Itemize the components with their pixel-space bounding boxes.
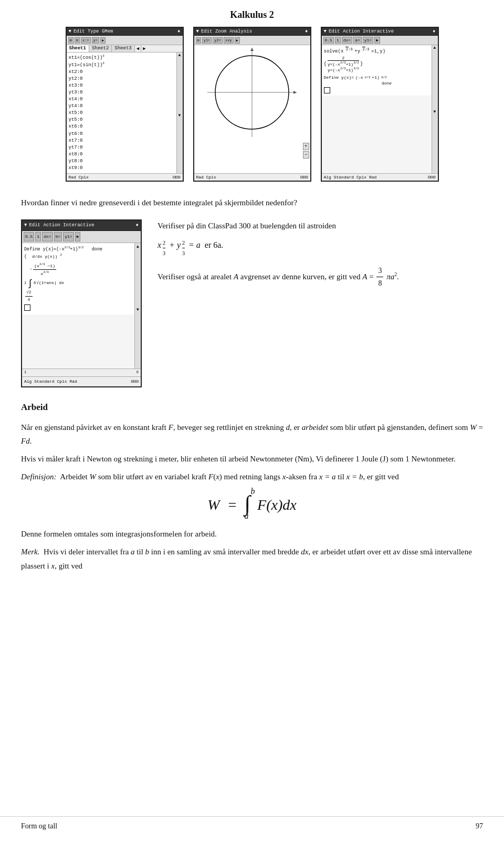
screen4-titlebar: ▼ Edit Action Interactive ♦ xyxy=(22,220,141,231)
s4-limit-8: 1 xyxy=(24,280,26,286)
line-xt7: xt7:0 xyxy=(69,138,174,144)
s2-tb5[interactable]: ▶ xyxy=(235,37,240,44)
screen4-scrollbar: ▲ ▼ xyxy=(134,243,141,369)
s3-tb4[interactable]: a= xyxy=(353,37,362,44)
s2-tb4[interactable]: x∨y xyxy=(224,37,234,44)
s4-define: Define y(x)=(-x2/3+1)3/2 done xyxy=(24,245,132,253)
s4-tb2[interactable]: 1 xyxy=(35,232,41,241)
second-row: ▼ Edit Action Interactive ♦ 0.5 1 dx= b=… xyxy=(21,219,483,387)
screen3-inner: solve(x 2/3 +y 2/3 =1,y) { 2 xyxy=(322,45,432,173)
s4-status-right: ⊟⊟⊟ xyxy=(131,378,139,385)
verify-section: Verifiser på din ClassPad 300 at bueleng… xyxy=(158,219,483,295)
s4-integral-line: 1 ∫ 8 √(1+ans) dx xyxy=(24,279,132,288)
tab-nav-left[interactable]: ◀ xyxy=(135,45,141,52)
screen4-body: Define y(x)=(-x2/3+1)3/2 done ( d/dx y(x… xyxy=(22,243,134,315)
line-yt8: yt8:0 xyxy=(69,158,174,165)
line-xt9: xt9:0 xyxy=(69,165,174,172)
s4-scroll-up[interactable]: ▲ xyxy=(135,243,141,306)
screen3-scrollbar: ▲ ▼ xyxy=(432,45,438,173)
titlebar-marker: ♦ xyxy=(177,29,180,34)
section-heading-arbeid: Arbeid xyxy=(21,400,483,415)
s4-tb5[interactable]: y1= xyxy=(63,232,74,241)
line-yt6: yt6:0 xyxy=(69,131,174,138)
tb-btn-nav[interactable]: ▶ xyxy=(100,37,106,44)
s4-tb3[interactable]: dx= xyxy=(42,232,52,241)
line-xt8: xt8:0 xyxy=(69,151,174,158)
s3-tb1[interactable]: 0.5 xyxy=(323,37,334,44)
define-line: Define y(x)= (-x 2/3 +1) 3/2 xyxy=(324,75,429,80)
screen3-scroll-area: solve(x 2/3 +y 2/3 =1,y) { 2 xyxy=(322,45,438,173)
screen4-scroll-area: Define y(x)=(-x2/3+1)3/2 done ( d/dx y(x… xyxy=(22,243,141,369)
tb-btn-4[interactable]: y= xyxy=(92,37,99,44)
zoom-plus[interactable]: + xyxy=(303,143,309,150)
s3-scroll-up[interactable]: ▲ xyxy=(432,45,438,109)
tab-nav-right[interactable]: ▶ xyxy=(141,45,147,52)
tab-sheet2[interactable]: Sheet2 xyxy=(89,45,112,52)
s4-nav[interactable]: ▶ xyxy=(75,232,81,241)
screen1-tabs: Sheet1 Sheet2 Sheet3 ◀ ▶ xyxy=(67,45,183,52)
s3-nav[interactable]: ▶ xyxy=(374,37,380,44)
screen1-toolbar: ⊞ ⊟ x:= y= ▶ xyxy=(67,36,183,45)
s3-scroll-down[interactable]: ▼ xyxy=(432,109,438,173)
input-box[interactable] xyxy=(324,87,330,93)
screen1-status: Rad Cplx xyxy=(69,175,89,180)
calculator-screen-4: ▼ Edit Action Interactive ♦ 0.5 1 dx= b=… xyxy=(21,219,142,387)
s3-marker: ♦ xyxy=(433,29,435,34)
lower-limit: a xyxy=(245,509,249,523)
s4-result-frac: √2 4 xyxy=(25,289,33,303)
screen3-body: solve(x 2/3 +y 2/3 =1,y) { 2 xyxy=(322,45,432,96)
screen2-arrow: ▼ xyxy=(196,29,199,34)
screen4-toolbar: 0.5 1 dx= b= y1= ▶ xyxy=(22,231,141,243)
screen1-scroll-area: xt1=(cos(t))3 yt1=(sin(t))3 xt2:0 yt2:0 … xyxy=(67,52,183,173)
solve-result: { 2 y=(-x2/3+1)3/2 y=(-x2/3+1)3/2 xyxy=(324,56,429,72)
s4-frac: (x2/3 −1) x2/3 xyxy=(33,262,56,278)
s2-tb3[interactable]: y2= xyxy=(213,37,223,44)
s3-tb5[interactable]: y1= xyxy=(363,37,373,44)
integral-sign-main: b ∫ a xyxy=(245,493,251,519)
s4-result: √2 4 xyxy=(24,289,132,303)
line-yt5: yt5:0 xyxy=(69,117,174,123)
question-text-span: Hvordan finner vi nedre grenseverdi i de… xyxy=(21,198,297,207)
screen2-title-text: Edit Zoom Analysis xyxy=(201,29,252,34)
s4-tb1[interactable]: 0.5 xyxy=(24,232,34,241)
tab-sheet3[interactable]: Sheet3 xyxy=(112,45,134,52)
scroll-up[interactable]: ▲ xyxy=(177,52,183,113)
scroll-down[interactable]: ▼ xyxy=(177,113,183,173)
line-xt2: xt2:0 xyxy=(69,69,174,76)
tb-btn-1[interactable]: ⊞ xyxy=(68,37,74,44)
screen2-graph-area: + − xyxy=(194,45,310,173)
screen1-scrollbar: ▲ ▼ xyxy=(176,52,183,173)
screen1-inner: xt1=(cos(t))3 yt1=(sin(t))3 xt2:0 yt2:0 … xyxy=(67,52,176,173)
s2-tb2[interactable]: y1= xyxy=(202,37,212,44)
tab-sheet1[interactable]: Sheet1 xyxy=(67,45,89,52)
screen2-titlebar: ▼ Edit Zoom Analysis ♦ xyxy=(194,28,310,36)
s4-scroll-down[interactable]: ▼ xyxy=(135,306,141,369)
s2-tb1[interactable]: ⊞ xyxy=(196,37,201,44)
screen1-title-text: Edit Type GMem xyxy=(74,29,113,34)
screen3-statusbar: Alg Standard Cplx Rad ⊟⊟⊟ xyxy=(322,173,438,181)
screen4-limit-labels: 1 6 xyxy=(22,369,141,376)
zoom-minus[interactable]: − xyxy=(303,151,309,159)
line-yt4: yt4:0 xyxy=(69,103,174,110)
s4-input-box[interactable] xyxy=(24,304,30,311)
line-yt2: yt2:0 xyxy=(69,76,174,82)
screen3-title-text: Edit Action Interactive xyxy=(329,29,394,34)
y-axis-arrow xyxy=(250,48,254,51)
para2: Hvis vi måler kraft i Newton og streknin… xyxy=(21,452,483,466)
question-paragraph: Hvordan finner vi nedre grenseverdi i de… xyxy=(21,196,483,209)
calculator-screen-2: ▼ Edit Zoom Analysis ♦ ⊞ y1= y2= x∨y ▶ xyxy=(193,27,311,182)
s3-tb2[interactable]: 1 xyxy=(335,37,341,44)
s3-tb3[interactable]: dx= xyxy=(342,37,352,44)
screen1-statusbar: Rad Cplx ⊟⊟⊟ xyxy=(67,173,183,181)
s2-status-right: ⊟⊟⊟ xyxy=(300,175,308,180)
verify-formula: x 2 3 + y 2 3 = a er 6a. xyxy=(158,238,483,258)
s4-frac-line: - (x2/3 −1) x2/3 xyxy=(24,262,132,278)
tb-btn-2[interactable]: ⊟ xyxy=(75,37,80,44)
screen3-status: Alg Standard Cplx Rad xyxy=(324,175,377,180)
screen4-title-text: Edit Action Interactive xyxy=(29,222,94,229)
tb-btn-3[interactable]: x:= xyxy=(81,37,91,44)
page-number: 97 xyxy=(476,822,483,831)
line-yt7: yt7:0 xyxy=(69,144,174,151)
s3-status-right: ⊟⊟⊟ xyxy=(428,175,435,180)
s4-tb4[interactable]: b= xyxy=(54,232,62,241)
